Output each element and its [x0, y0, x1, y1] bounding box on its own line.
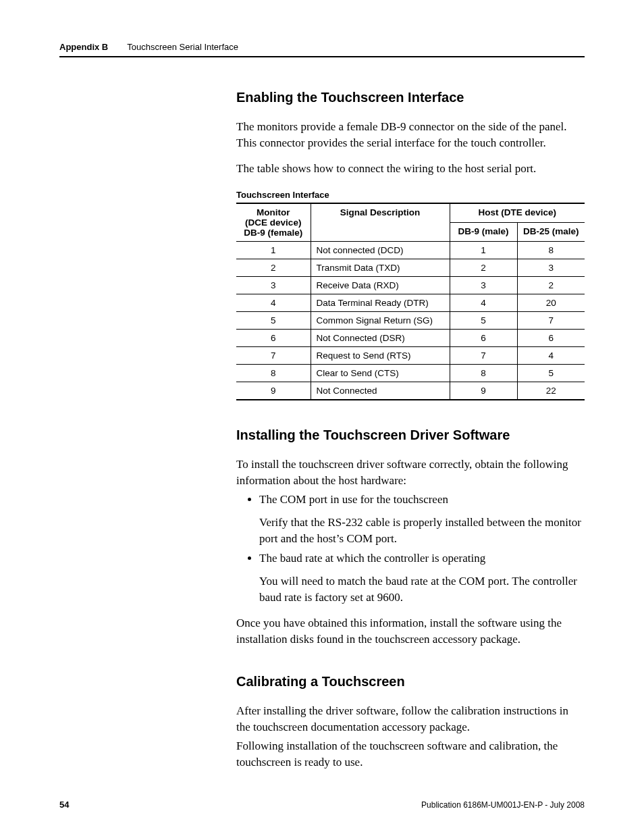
th-monitor-l3: DB-9 (female) [244, 228, 302, 238]
page-number: 54 [59, 800, 69, 810]
cell-db25: 3 [517, 259, 585, 277]
th-db9: DB-9 (male) [450, 223, 517, 242]
heading-installing: Installing the Touchscreen Driver Softwa… [236, 427, 585, 443]
cell-monitor: 2 [236, 259, 311, 277]
th-monitor-l1: Monitor [257, 207, 290, 217]
cell-signal: Clear to Send (CTS) [311, 365, 450, 382]
cell-signal: Common Signal Return (SG) [311, 312, 450, 330]
cell-db9: 6 [450, 330, 517, 347]
table-row: 4Data Terminal Ready (DTR)420 [236, 294, 585, 312]
cell-db25: 6 [517, 330, 585, 347]
cell-signal: Not Connected (DSR) [311, 330, 450, 347]
cell-monitor: 3 [236, 277, 311, 294]
para: To install the touchscreen driver softwa… [236, 457, 585, 489]
cell-signal: Request to Send (RTS) [311, 347, 450, 365]
table-row: 6Not Connected (DSR)66 [236, 330, 585, 347]
table-row: 7Request to Send (RTS)74 [236, 347, 585, 365]
chapter-title: Touchscreen Serial Interface [127, 42, 238, 52]
cell-signal: Transmit Data (TXD) [311, 259, 450, 277]
list-item: The COM port in use for the touchscreenV… [259, 492, 585, 546]
cell-db25: 22 [517, 382, 585, 400]
para: After installing the driver software, fo… [236, 703, 585, 735]
th-signal: Signal Description [311, 203, 450, 242]
para: Once you have obtained this information,… [236, 615, 585, 648]
cell-db9: 5 [450, 312, 517, 330]
cell-db9: 4 [450, 294, 517, 312]
cell-monitor: 4 [236, 294, 311, 312]
cell-db25: 7 [517, 312, 585, 330]
content-column: Enabling the Touchscreen Interface The m… [236, 90, 585, 771]
heading-enabling: Enabling the Touchscreen Interface [236, 90, 585, 105]
cell-monitor: 6 [236, 330, 311, 347]
bullet-lead: The baud rate at which the controller is… [259, 552, 485, 565]
cell-db9: 1 [450, 242, 517, 259]
footer: 54 Publication 6186M-UM001J-EN-P - July … [59, 800, 585, 810]
header-rule [59, 56, 585, 57]
cell-monitor: 5 [236, 312, 311, 330]
para: Following installation of the touchscree… [236, 738, 585, 771]
cell-monitor: 8 [236, 365, 311, 382]
table-row: 1Not connected (DCD)18 [236, 242, 585, 259]
bullet-subpara: Verify that the RS-232 cable is properly… [259, 515, 585, 547]
cell-monitor: 1 [236, 242, 311, 259]
table-row: 3Receive Data (RXD)32 [236, 277, 585, 294]
appendix-label: Appendix B [59, 42, 108, 52]
th-db25: DB-25 (male) [517, 223, 585, 242]
list-item: The baud rate at which the controller is… [259, 550, 585, 605]
publication-id: Publication 6186M-UM001J-EN-P - July 200… [421, 800, 585, 810]
bullet-lead: The COM port in use for the touchscreen [259, 493, 448, 506]
cell-db25: 5 [517, 365, 585, 382]
th-host: Host (DTE device) [450, 203, 585, 223]
cell-signal: Not connected (DCD) [311, 242, 450, 259]
table-row: 5Common Signal Return (SG)57 [236, 312, 585, 330]
page: Appendix B Touchscreen Serial Interface … [0, 0, 644, 834]
th-monitor-l2: (DCE device) [245, 217, 301, 228]
cell-monitor: 7 [236, 347, 311, 365]
cell-signal: Data Terminal Ready (DTR) [311, 294, 450, 312]
cell-db9: 8 [450, 365, 517, 382]
table-row: 2Transmit Data (TXD)23 [236, 259, 585, 277]
cell-db9: 2 [450, 259, 517, 277]
cell-db25: 20 [517, 294, 585, 312]
cell-signal: Receive Data (RXD) [311, 277, 450, 294]
cell-signal: Not Connected [311, 382, 450, 400]
th-monitor: Monitor (DCE device) DB-9 (female) [236, 203, 311, 242]
touchscreen-interface-table: Monitor (DCE device) DB-9 (female) Signa… [236, 203, 585, 400]
running-header: Appendix B Touchscreen Serial Interface [59, 42, 585, 52]
cell-db25: 2 [517, 277, 585, 294]
cell-db25: 8 [517, 242, 585, 259]
cell-monitor: 9 [236, 382, 311, 400]
table-row: 8Clear to Send (CTS)85 [236, 365, 585, 382]
para: The monitors provide a female DB-9 conne… [236, 119, 585, 151]
heading-calibrating: Calibrating a Touchscreen [236, 674, 585, 689]
table-row: 9Not Connected922 [236, 382, 585, 400]
bullet-list: The COM port in use for the touchscreenV… [236, 492, 585, 606]
bullet-subpara: You will need to match the baud rate at … [259, 573, 585, 606]
para: The table shows how to connect the wirin… [236, 161, 585, 177]
cell-db9: 9 [450, 382, 517, 400]
cell-db9: 7 [450, 347, 517, 365]
table-title: Touchscreen Interface [236, 190, 585, 200]
cell-db9: 3 [450, 277, 517, 294]
cell-db25: 4 [517, 347, 585, 365]
